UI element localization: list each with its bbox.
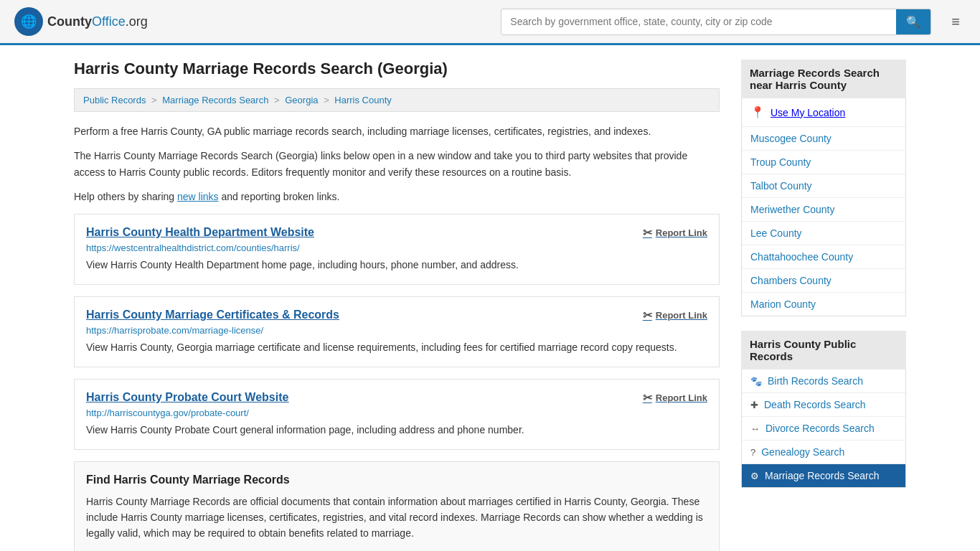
marriage-records-link[interactable]: Marriage Records Search: [765, 470, 880, 481]
result-card-2: Harris County Marriage Certificates & Re…: [74, 296, 720, 367]
page-title: Harris County Marriage Records Search (G…: [74, 60, 720, 78]
marion-link[interactable]: Marion County: [750, 298, 816, 310]
divorce-icon: ↔: [750, 423, 760, 434]
troup-link[interactable]: Troup County: [750, 156, 811, 168]
sidebar-nearby-body: 📍 Use My Location Muscogee County Troup …: [741, 98, 906, 316]
report-link-3[interactable]: ✂ Report Link: [643, 391, 707, 405]
result-desc-2: View Harris County, Georgia marriage cer…: [86, 340, 707, 355]
search-button[interactable]: 🔍: [896, 9, 930, 34]
marriage-icon: ⚙: [750, 471, 759, 481]
divorce-records-link[interactable]: Divorce Records Search: [765, 423, 875, 434]
result-card-3: Harris County Probate Court Website ✂ Re…: [74, 379, 720, 450]
description-3-suffix: and reporting broken links.: [219, 191, 340, 202]
sidebar-item-marion[interactable]: Marion County: [742, 293, 905, 316]
sidebar-public-records-section: Harris County Public Records 🐾 Birth Rec…: [741, 331, 906, 488]
sidebar-item-chattahoochee[interactable]: Chattahoochee County: [742, 245, 905, 269]
birth-icon: 🐾: [750, 376, 762, 387]
genealogy-icon: ?: [750, 447, 755, 458]
sidebar-item-troup[interactable]: Troup County: [742, 151, 905, 174]
breadcrumb-separator: >: [151, 95, 157, 105]
use-location-link[interactable]: Use My Location: [771, 107, 845, 118]
menu-button[interactable]: ≡: [946, 11, 966, 33]
site-logo[interactable]: 🌐 CountyOffice.org: [14, 7, 148, 36]
result-desc-1: View Harris County Health Department hom…: [86, 258, 707, 273]
breadcrumb: Public Records > Marriage Records Search…: [74, 88, 720, 112]
find-section: Find Harris County Marriage Records Harr…: [74, 461, 720, 551]
sidebar-item-lee[interactable]: Lee County: [742, 222, 905, 245]
breadcrumb-separator: >: [324, 95, 329, 105]
description-1: Perform a free Harris County, GA public …: [74, 123, 720, 139]
find-section-text: Harris County Marriage Records are offic…: [86, 494, 707, 542]
page-container: Harris County Marriage Records Search (G…: [60, 45, 920, 551]
meriwether-link[interactable]: Meriwether County: [750, 204, 835, 215]
breadcrumb-link-georgia[interactable]: Georgia: [285, 95, 318, 105]
death-records-link[interactable]: Death Records Search: [764, 399, 866, 410]
result-link-3[interactable]: Harris County Probate Court Website: [86, 391, 288, 404]
description-3-prefix: Help others by sharing: [74, 191, 177, 202]
result-title-row-2: Harris County Marriage Certificates & Re…: [86, 309, 707, 322]
breadcrumb-link-harris[interactable]: Harris County: [334, 95, 391, 105]
report-icon-1: ✂: [643, 226, 652, 240]
death-icon: ✚: [750, 400, 758, 410]
result-link-2[interactable]: Harris County Marriage Certificates & Re…: [86, 309, 339, 321]
description-3: Help others by sharing new links and rep…: [74, 189, 720, 204]
sidebar-genealogy[interactable]: ? Genealogy Search: [742, 441, 905, 464]
report-link-2[interactable]: ✂ Report Link: [643, 309, 707, 322]
sidebar-public-records-title: Harris County Public Records: [741, 331, 906, 369]
logo-icon: 🌐: [14, 7, 43, 36]
result-url-2: https://harrisprobate.com/marriage-licen…: [86, 325, 707, 336]
sidebar-item-muscogee[interactable]: Muscogee County: [742, 127, 905, 151]
result-title-row-1: Harris County Health Department Website …: [86, 226, 707, 240]
report-icon-3: ✂: [643, 391, 652, 405]
chattahoochee-link[interactable]: Chattahoochee County: [750, 251, 853, 263]
breadcrumb-link-marriage-records[interactable]: Marriage Records Search: [162, 95, 268, 105]
sidebar-death-records[interactable]: ✚ Death Records Search: [742, 393, 905, 417]
lee-link[interactable]: Lee County: [750, 227, 802, 239]
site-header: 🌐 CountyOffice.org 🔍 ≡: [0, 0, 980, 45]
breadcrumb-separator: >: [274, 95, 280, 105]
report-icon-2: ✂: [643, 309, 652, 322]
sidebar-item-chambers[interactable]: Chambers County: [742, 269, 905, 293]
result-card-1: Harris County Health Department Website …: [74, 214, 720, 285]
genealogy-link[interactable]: Genealogy Search: [761, 446, 844, 458]
sidebar-public-records-body: 🐾 Birth Records Search ✚ Death Records S…: [741, 369, 906, 488]
sidebar-nearby-title: Marriage Records Search near Harris Coun…: [741, 60, 906, 98]
sidebar-divorce-records[interactable]: ↔ Divorce Records Search: [742, 417, 905, 441]
report-label-3: Report Link: [656, 392, 707, 403]
chambers-link[interactable]: Chambers County: [750, 275, 831, 286]
result-desc-3: View Harris County Probate Court general…: [86, 423, 707, 438]
report-link-1[interactable]: ✂ Report Link: [643, 226, 707, 240]
sidebar: Marriage Records Search near Harris Coun…: [741, 60, 906, 551]
sidebar-use-location[interactable]: 📍 Use My Location: [742, 98, 905, 127]
talbot-link[interactable]: Talbot County: [750, 180, 812, 192]
description-2: The Harris County Marriage Records Searc…: [74, 148, 720, 180]
search-input[interactable]: [501, 9, 896, 34]
result-url-1: https://westcentralhealthdistrict.com/co…: [86, 242, 707, 253]
sidebar-item-talbot[interactable]: Talbot County: [742, 174, 905, 198]
birth-records-link[interactable]: Birth Records Search: [768, 375, 863, 387]
location-pin-icon: 📍: [750, 105, 765, 119]
report-label-1: Report Link: [656, 227, 707, 238]
logo-text: CountyOffice.org: [47, 14, 148, 29]
main-content: Harris County Marriage Records Search (G…: [74, 60, 720, 551]
result-url-3: http://harriscountyga.gov/probate-court/: [86, 408, 707, 418]
report-label-2: Report Link: [656, 310, 707, 321]
sidebar-marriage-records[interactable]: ⚙ Marriage Records Search: [742, 464, 905, 487]
new-links-link[interactable]: new links: [177, 191, 219, 202]
search-bar: 🔍: [501, 9, 931, 35]
sidebar-nearby-section: Marriage Records Search near Harris Coun…: [741, 60, 906, 316]
sidebar-birth-records[interactable]: 🐾 Birth Records Search: [742, 369, 905, 393]
muscogee-link[interactable]: Muscogee County: [750, 133, 831, 144]
result-link-1[interactable]: Harris County Health Department Website: [86, 226, 314, 239]
breadcrumb-link-public-records[interactable]: Public Records: [83, 95, 146, 105]
sidebar-item-meriwether[interactable]: Meriwether County: [742, 198, 905, 222]
result-title-row-3: Harris County Probate Court Website ✂ Re…: [86, 391, 707, 405]
find-section-title: Find Harris County Marriage Records: [86, 474, 707, 486]
